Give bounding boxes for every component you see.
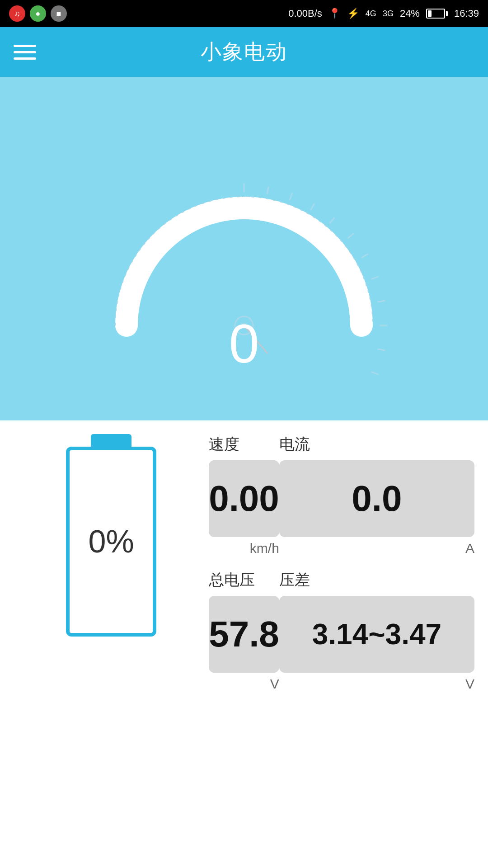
bluetooth-icon: ⚡ (347, 8, 359, 19)
voltage-diff-unit: V (279, 676, 474, 692)
menu-button[interactable] (14, 45, 36, 60)
speed-display: 0 (229, 316, 259, 371)
svg-line-1 (267, 187, 268, 194)
status-time: 16:39 (454, 8, 479, 19)
app-icon-3: ■ (51, 5, 67, 22)
status-right-icons: 0.00B/s 📍 ⚡ 4G 3G 24% 16:39 (288, 8, 479, 19)
speed-label: 速度 (209, 434, 279, 455)
menu-line-1 (14, 45, 36, 47)
data-grid: 速度 0.00 km/h 0% 电流 0.0 A 总电压 57.8 V 压差 (0, 420, 488, 692)
battery-center: 0% (14, 434, 209, 637)
speedometer-section: // This will be rendered via SVG paths b… (0, 77, 488, 420)
speed-cell: 速度 0.00 km/h (209, 434, 279, 556)
voltage-value: 57.8 (209, 613, 279, 655)
speed-unit: km/h (209, 541, 279, 556)
voltage-value-box: 57.8 (209, 596, 279, 673)
app-title: 小象电动 (201, 38, 287, 66)
voltage-unit: V (209, 676, 279, 692)
svg-line-2 (290, 193, 292, 200)
menu-line-2 (14, 51, 36, 53)
status-bar: ♫ ● ■ 0.00B/s 📍 ⚡ 4G 3G 24% 16:39 (0, 0, 488, 27)
menu-line-3 (14, 57, 36, 60)
voltage-diff-label: 压差 (279, 570, 474, 590)
svg-line-10 (377, 349, 385, 350)
network-speed: 0.00B/s (288, 8, 322, 19)
battery-icon (426, 9, 448, 19)
voltage-diff-value-box: 3.14~3.47 (279, 596, 474, 673)
svg-line-11 (371, 372, 379, 375)
speed-value: 0.00 (209, 478, 279, 519)
svg-line-4 (330, 217, 335, 223)
current-value-box: 0.0 (279, 460, 474, 537)
current-label: 电流 (279, 434, 474, 455)
location-icon: 📍 (328, 8, 341, 19)
gauge-wrapper: // This will be rendered via SVG paths b… (90, 113, 398, 384)
app-icon-2: ● (30, 5, 46, 22)
svg-line-6 (361, 254, 368, 258)
app-bar: 小象电动 (0, 27, 488, 77)
4g-icon: 4G (366, 9, 376, 19)
voltage-diff-cell: 压差 3.14~3.47 V (279, 570, 474, 692)
battery-outer: 0% (66, 447, 156, 637)
status-app-icons: ♫ ● ■ (9, 5, 67, 22)
app-icon-music: ♫ (9, 5, 25, 22)
battery-percent: 24% (400, 8, 420, 19)
current-value: 0.0 (352, 478, 402, 519)
3g-icon: 3G (383, 9, 394, 19)
speed-value-box: 0.00 (209, 460, 279, 537)
voltage-diff-value: 3.14~3.47 (312, 618, 442, 651)
battery-cap (91, 434, 131, 447)
battery-percent-text: 0% (88, 524, 134, 560)
svg-line-3 (311, 203, 315, 210)
svg-line-5 (348, 233, 354, 238)
svg-line-7 (371, 277, 379, 279)
gauge-arc-main (127, 208, 361, 326)
svg-line-8 (377, 301, 385, 302)
voltage-label: 总电压 (209, 570, 279, 590)
battery-display: 0% (66, 434, 156, 637)
voltage-cell: 总电压 57.8 V (209, 570, 279, 692)
current-unit: A (279, 541, 474, 556)
current-cell: 电流 0.0 A (279, 434, 474, 556)
